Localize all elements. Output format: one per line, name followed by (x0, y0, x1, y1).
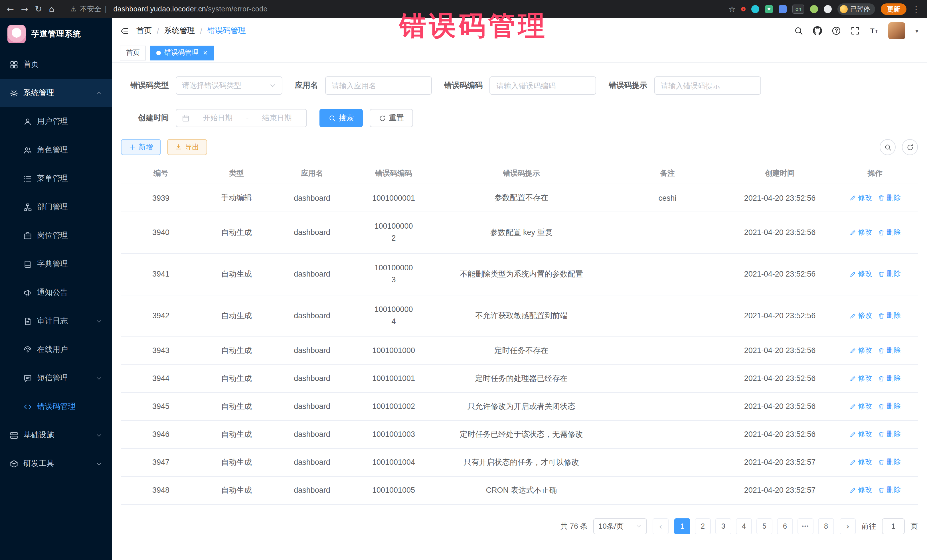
delete-link[interactable]: 删除 (878, 485, 901, 495)
column-header-5[interactable]: 备注 (608, 163, 727, 184)
edit-link[interactable]: 修改 (849, 485, 872, 495)
global-search-icon[interactable] (794, 26, 804, 35)
cell-remark (608, 477, 727, 504)
edit-link[interactable]: 修改 (849, 457, 872, 467)
sidebar-item-3[interactable]: 角色管理 (0, 136, 112, 164)
edit-link[interactable]: 修改 (849, 346, 872, 355)
delete-link[interactable]: 删除 (878, 373, 901, 383)
column-header-0[interactable]: 编号 (121, 163, 201, 184)
edit-link[interactable]: 修改 (849, 373, 872, 383)
add-button[interactable]: 新增 (121, 139, 161, 155)
browser-update-button[interactable]: 更新 (881, 3, 906, 15)
column-header-6[interactable]: 创建时间 (727, 163, 832, 184)
forward-icon[interactable]: → (21, 5, 28, 14)
sidebar-item-9[interactable]: 审计日志 (0, 307, 112, 335)
sidebar-item-4[interactable]: 菜单管理 (0, 164, 112, 193)
column-header-4[interactable]: 错误码提示 (435, 163, 608, 184)
export-button[interactable]: 导出 (167, 139, 207, 155)
sidebar-item-1[interactable]: 系统管理 (0, 79, 112, 107)
delete-link[interactable]: 删除 (878, 429, 901, 439)
delete-link[interactable]: 删除 (878, 228, 901, 238)
sidebar-item-6[interactable]: 岗位管理 (0, 221, 112, 250)
page-size-select[interactable]: 10条/页 (593, 518, 647, 534)
page-button-5[interactable]: 5 (757, 518, 772, 534)
sidebar-item-0[interactable]: 首页 (0, 50, 112, 79)
bookmark-star-icon[interactable]: ☆ (728, 5, 736, 13)
fullscreen-icon[interactable] (851, 26, 860, 35)
sidebar-item-13[interactable]: 基础设施 (0, 421, 112, 449)
column-header-1[interactable]: 类型 (201, 163, 272, 184)
address-bar[interactable]: dashboard.yudao.iocoder.cn/system/error-… (114, 5, 267, 13)
avatar-caret-icon[interactable]: ▾ (915, 28, 918, 34)
browser-menu-icon[interactable]: ⋮ (912, 5, 920, 13)
profile-paused-badge[interactable]: 已暂停 (837, 3, 875, 15)
logo[interactable]: 芋道管理系统 (0, 18, 112, 50)
tab-0[interactable]: 首页 (120, 46, 146, 60)
delete-link[interactable]: 删除 (878, 401, 901, 411)
sidebar-item-14[interactable]: 研发工具 (0, 449, 112, 478)
delete-link[interactable]: 删除 (878, 457, 901, 467)
github-icon[interactable] (813, 26, 822, 35)
page-button-6[interactable]: 6 (777, 518, 793, 534)
error-code-input[interactable] (489, 76, 596, 95)
sidebar-item-12[interactable]: 错误码管理 (0, 392, 112, 421)
breadcrumb-item-0[interactable]: 首页 (136, 26, 152, 36)
column-header-2[interactable]: 应用名 (272, 163, 352, 184)
breadcrumb-item-2[interactable]: 错误码管理 (207, 26, 246, 36)
font-size-icon[interactable]: TT (870, 26, 879, 35)
refresh-table-button[interactable] (902, 139, 918, 155)
back-icon[interactable]: ← (7, 5, 14, 14)
page-button-more[interactable]: ••• (798, 518, 813, 534)
user-avatar[interactable] (889, 22, 906, 39)
sidebar-item-8[interactable]: 通知公告 (0, 278, 112, 307)
column-header-7[interactable]: 操作 (832, 163, 918, 184)
breadcrumb-item-1[interactable]: 系统管理 (164, 26, 195, 36)
app-name-input[interactable] (325, 76, 432, 95)
delete-link[interactable]: 删除 (878, 346, 901, 355)
tab-1[interactable]: 错误码管理× (150, 46, 214, 60)
extension-icon-grid[interactable] (779, 5, 787, 13)
page-button-4[interactable]: 4 (736, 518, 752, 534)
delete-link[interactable]: 删除 (878, 193, 901, 203)
sidebar-item-7[interactable]: 字典管理 (0, 250, 112, 278)
page-button-3[interactable]: 3 (715, 518, 731, 534)
edit-link[interactable]: 修改 (849, 401, 872, 411)
extension-icon-recorder[interactable] (741, 7, 746, 11)
sidebar-item-2[interactable]: 用户管理 (0, 107, 112, 136)
sidebar-item-5[interactable]: 部门管理 (0, 193, 112, 221)
sidebar-item-10[interactable]: 在线用户 (0, 335, 112, 364)
next-page-button[interactable]: › (840, 518, 856, 534)
delete-link[interactable]: 删除 (878, 269, 901, 279)
edit-link[interactable]: 修改 (849, 228, 872, 238)
page-button-8[interactable]: 8 (818, 518, 834, 534)
column-header-3[interactable]: 错误码编码 (352, 163, 435, 184)
edit-link[interactable]: 修改 (849, 269, 872, 279)
prev-page-button[interactable]: ‹ (653, 518, 669, 534)
site-security-indicator[interactable]: ⚠ 不安全 | (70, 4, 107, 14)
goto-page-input[interactable] (882, 518, 905, 534)
collapse-sidebar-icon[interactable] (120, 27, 129, 35)
edit-link[interactable]: 修改 (849, 429, 872, 439)
error-type-select[interactable]: 请选择错误码类型 (176, 76, 283, 95)
home-icon[interactable]: ⌂ (49, 5, 54, 14)
extension-icon-leaf[interactable] (810, 5, 818, 13)
edit-link[interactable]: 修改 (849, 311, 872, 320)
extension-icon-paw[interactable] (824, 5, 831, 13)
date-range-picker[interactable]: 开始日期 - 结束日期 (176, 109, 307, 127)
toggle-search-button[interactable] (880, 139, 896, 155)
error-hint-input[interactable] (654, 76, 761, 95)
reload-icon[interactable]: ↻ (35, 5, 42, 14)
search-button[interactable]: 搜索 (319, 109, 363, 127)
help-icon[interactable] (832, 26, 841, 35)
edit-link[interactable]: 修改 (849, 193, 872, 203)
extension-icon-colorpicker[interactable] (752, 5, 760, 13)
extension-icon-vue-devtools[interactable] (765, 5, 773, 13)
tab-close-icon[interactable]: × (203, 49, 207, 56)
extension-icon-on-badge[interactable]: on (793, 5, 804, 14)
delete-link[interactable]: 删除 (878, 311, 901, 320)
delete-label: 删除 (886, 269, 901, 279)
page-button-1[interactable]: 1 (674, 518, 690, 534)
sidebar-item-11[interactable]: 短信管理 (0, 364, 112, 392)
reset-button[interactable]: 重置 (370, 109, 413, 127)
page-button-2[interactable]: 2 (695, 518, 711, 534)
